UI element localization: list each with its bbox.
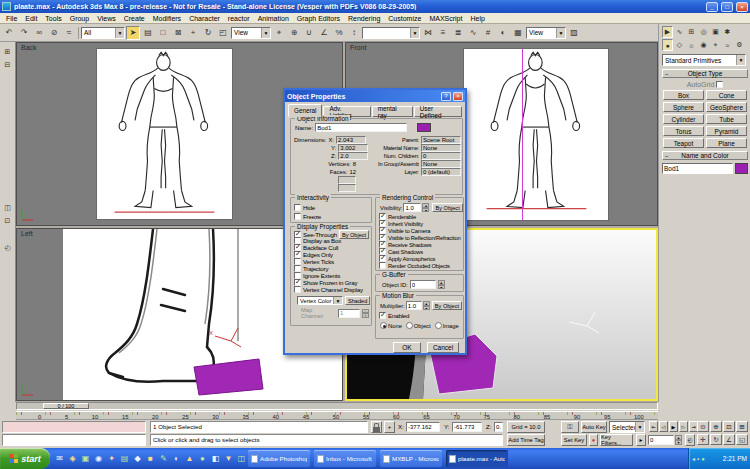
dock-axis-icon[interactable]: ◫ (1, 201, 14, 214)
previous-frame-icon[interactable]: ◁ (659, 421, 668, 432)
zoom-extents-icon[interactable]: ⊡ (723, 421, 735, 432)
taskbar-task[interactable]: plaate.max - Autodes... (446, 450, 508, 467)
geometry-category-icon[interactable]: ● (662, 39, 673, 51)
category-dropdown[interactable]: Standard Primitives ▼ (662, 54, 746, 66)
render-scene-icon[interactable]: ▦ (511, 26, 525, 40)
object-type-button[interactable]: Box (663, 90, 704, 100)
key-filters-button[interactable]: Key Filters... (600, 434, 633, 446)
schematic-view-icon[interactable]: # (481, 26, 495, 40)
object-type-button[interactable]: Cylinder (663, 114, 704, 124)
render-type-dropdown[interactable]: View▼ (526, 27, 566, 39)
maximize-button[interactable]: □ (721, 2, 733, 12)
dialog-tab[interactable]: General (288, 104, 322, 117)
name-color-rollout-header[interactable]: Name and Color (662, 151, 748, 160)
unlink-selection-icon[interactable]: ⊘ (47, 26, 61, 40)
create-tab-icon[interactable]: ▶ (662, 26, 673, 38)
quick-launch-icon[interactable]: ✦ (106, 453, 117, 465)
menu-item[interactable]: Edit (21, 15, 41, 22)
tray-collapse-icon[interactable]: ◂ (692, 455, 695, 462)
angle-snap-icon[interactable]: ∠ (317, 26, 331, 40)
key-mode-dropdown[interactable]: Selected ▼ (609, 421, 645, 433)
quick-launch-icon[interactable]: ✉ (54, 453, 65, 465)
utilities-tab-icon[interactable]: ✱ (722, 26, 733, 38)
object-type-rollout-header[interactable]: Object Type (662, 69, 748, 78)
cameras-category-icon[interactable]: ◉ (698, 39, 709, 51)
quick-render-icon[interactable]: ▨ (567, 26, 581, 40)
shaded-toggle-button[interactable]: Shaded (345, 296, 370, 305)
quick-launch-icon[interactable]: ▣ (80, 453, 91, 465)
quick-launch-icon[interactable]: ◉ (93, 453, 104, 465)
frame-spinner[interactable]: ▴▾ (675, 435, 682, 445)
menu-item[interactable]: Rendering (344, 15, 384, 22)
dialog-title-bar[interactable]: Object Properties ? × (285, 90, 465, 102)
maxscript-mini-listener-pink[interactable] (2, 421, 146, 433)
time-slider-track[interactable]: 0 / 100 (16, 402, 658, 410)
motion-blur-image-radio[interactable] (435, 322, 442, 329)
arc-rotate-icon[interactable]: ↻ (710, 434, 722, 445)
menu-item[interactable]: Graph Editors (293, 15, 344, 22)
select-object-icon[interactable]: ➤ (126, 26, 140, 40)
taskbar-task[interactable]: MXBLP - Microsoft W... (380, 450, 442, 467)
select-and-scale-icon[interactable]: ◰ (216, 26, 230, 40)
menu-item[interactable]: MAXScript (425, 15, 466, 22)
menu-item[interactable]: Group (66, 15, 93, 22)
undo-icon[interactable]: ↶ (2, 26, 16, 40)
close-button[interactable]: × (736, 2, 748, 12)
menu-item[interactable]: Modifiers (149, 15, 185, 22)
systems-category-icon[interactable]: ⚙ (734, 39, 745, 51)
display-tab-icon[interactable]: ▣ (710, 26, 721, 38)
menu-item[interactable]: Character (185, 15, 224, 22)
autogrid-checkbox[interactable] (716, 81, 723, 88)
dock-snap-icon[interactable]: ⊞ (1, 45, 14, 58)
ok-button[interactable]: OK (393, 342, 421, 353)
object-type-button[interactable]: Cone (706, 90, 747, 100)
visibility-input[interactable] (403, 203, 421, 212)
zoom-icon[interactable]: ⊙ (697, 421, 709, 432)
dock-layers-icon[interactable]: ⊟ (1, 58, 14, 71)
motion-blur-none-radio[interactable] (380, 322, 387, 329)
quick-launch-icon[interactable]: ◧ (210, 453, 221, 465)
taskbar-task[interactable]: Inbox - Microsoft Out... (314, 450, 376, 467)
modify-tab-icon[interactable]: ∿ (674, 26, 685, 38)
quick-launch-icon[interactable]: ▼ (223, 453, 234, 465)
viewport-label[interactable]: Left (21, 230, 33, 237)
spinner-snap-icon[interactable]: ↕ (347, 26, 361, 40)
taskbar-task[interactable]: Adobe Photoshop (248, 450, 310, 467)
selection-filter-dropdown[interactable]: All▼ (81, 27, 125, 39)
percent-snap-icon[interactable]: % (332, 26, 346, 40)
x-coord-input[interactable] (406, 422, 440, 432)
dock-render-icon[interactable]: ◴ (1, 241, 14, 254)
dialog-object-color-swatch[interactable] (417, 123, 431, 132)
object-type-button[interactable]: Teapot (663, 138, 704, 148)
pan-icon[interactable]: ✛ (697, 434, 709, 445)
object-name-input[interactable] (662, 163, 733, 174)
hierarchy-tab-icon[interactable]: ⊞ (686, 26, 697, 38)
bind-to-space-warp-icon[interactable]: ≈ (62, 26, 76, 40)
helpers-category-icon[interactable]: ⌖ (710, 39, 721, 51)
current-frame-input[interactable] (648, 435, 674, 445)
selected-object-sole[interactable] (194, 359, 263, 395)
display-by-object-button[interactable]: By Object (339, 230, 369, 239)
go-to-start-icon[interactable]: ⇤ (649, 421, 658, 432)
object-type-button[interactable]: GeoSphere (706, 102, 747, 112)
auto-key-button[interactable]: Auto Key (581, 421, 607, 433)
tray-network-icon[interactable]: ● (701, 456, 705, 462)
object-type-button[interactable]: Plane (706, 138, 747, 148)
menu-item[interactable]: Create (120, 15, 149, 22)
reference-coordinate-system-dropdown[interactable]: View▼ (231, 27, 271, 39)
object-id-spinner[interactable]: ▴▾ (438, 280, 445, 289)
select-and-manipulate-icon[interactable]: ⊕ (287, 26, 301, 40)
show-frozen-in-gray-checkbox[interactable] (294, 279, 301, 286)
quick-launch-icon[interactable]: ▤ (119, 453, 130, 465)
trajectory-checkbox[interactable] (294, 265, 301, 272)
visibility-spinner[interactable]: ▴▾ (422, 203, 429, 212)
dialog-close-button[interactable]: × (453, 92, 463, 101)
map-channel-input[interactable] (338, 309, 360, 318)
add-time-tag-button[interactable]: Add Time Tag (507, 434, 545, 446)
viewport-label[interactable]: Back (21, 44, 37, 51)
material-editor-icon[interactable]: ◐ (496, 26, 510, 40)
space-warps-category-icon[interactable]: ≈ (722, 39, 733, 51)
menu-item[interactable]: File (2, 15, 21, 22)
dialog-help-button[interactable]: ? (441, 92, 451, 101)
minimize-button[interactable]: _ (706, 2, 718, 12)
